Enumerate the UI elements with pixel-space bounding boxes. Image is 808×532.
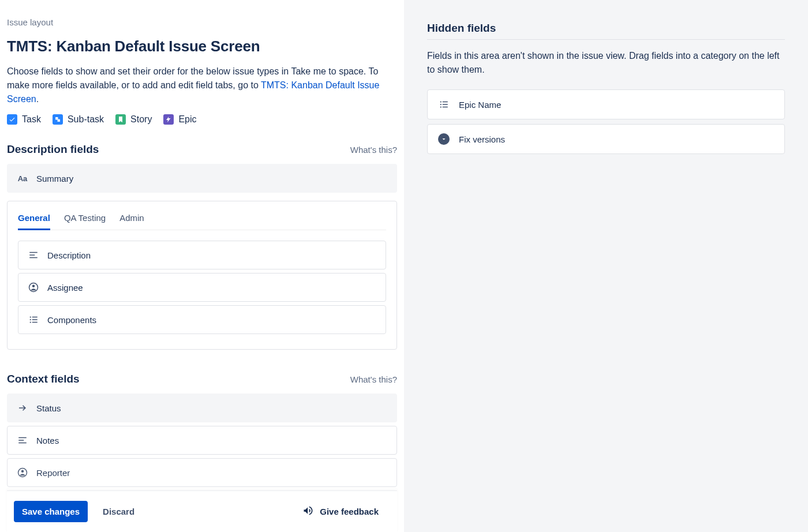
- issue-type-story: Story: [115, 114, 152, 125]
- subtask-icon: [53, 114, 63, 125]
- svg-point-12: [440, 101, 442, 102]
- left-column: Issue layout TMTS: Kanban Default Issue …: [0, 0, 404, 532]
- breadcrumb[interactable]: Issue layout: [7, 17, 397, 27]
- context-section: Context fields What's this? Status Notes: [7, 373, 397, 487]
- field-components[interactable]: Components: [18, 305, 386, 334]
- epic-icon: [163, 114, 174, 125]
- svg-point-4: [30, 316, 31, 317]
- person-icon: [17, 467, 28, 478]
- give-feedback-button[interactable]: Give feedback: [302, 505, 390, 518]
- issue-type-row: Task Sub-task Story: [7, 114, 397, 125]
- tab-admin[interactable]: Admin: [119, 211, 144, 230]
- megaphone-icon: [302, 505, 314, 518]
- context-section-title: Context fields: [7, 373, 80, 385]
- issue-type-subtask: Sub-task: [53, 114, 104, 125]
- field-notes[interactable]: Notes: [7, 426, 397, 455]
- save-button[interactable]: Save changes: [14, 501, 88, 522]
- person-icon: [28, 282, 39, 293]
- svg-rect-9: [32, 322, 38, 323]
- issue-type-label: Story: [130, 114, 152, 125]
- locked-field-status[interactable]: Status: [7, 394, 397, 422]
- task-icon: [7, 114, 17, 125]
- description-section-header: Description fields What's this?: [7, 143, 397, 156]
- field-label: Fix versions: [459, 134, 505, 144]
- paragraph-icon: [28, 249, 39, 261]
- intro-text: Choose fields to show and set their orde…: [7, 65, 388, 106]
- tab-qa-testing[interactable]: QA Testing: [64, 211, 106, 230]
- field-label: Reporter: [36, 468, 70, 478]
- discard-button[interactable]: Discard: [99, 506, 138, 517]
- issue-type-epic: Epic: [163, 114, 196, 125]
- hidden-fields-description: Fields in this area aren't shown in the …: [427, 49, 785, 77]
- field-reporter[interactable]: Reporter: [7, 458, 397, 487]
- arrow-right-icon: [17, 402, 28, 414]
- svg-point-6: [30, 321, 31, 323]
- list-icon: [438, 99, 450, 110]
- field-description[interactable]: Description: [18, 241, 386, 269]
- svg-rect-16: [443, 104, 448, 105]
- tabs-container: General QA Testing Admin Description Ass…: [7, 201, 397, 350]
- issue-type-label: Task: [22, 114, 41, 125]
- svg-point-14: [440, 106, 442, 107]
- tab-general[interactable]: General: [18, 211, 50, 230]
- svg-point-3: [32, 285, 35, 288]
- feedback-label: Give feedback: [320, 507, 379, 516]
- whats-this-link[interactable]: What's this?: [350, 374, 397, 384]
- svg-point-13: [440, 104, 442, 105]
- story-icon: [115, 114, 126, 125]
- field-label: Summary: [36, 174, 73, 183]
- svg-point-11: [21, 470, 24, 473]
- field-label: Description: [47, 250, 91, 260]
- footer-bar: Save changes Discard Give feedback: [7, 490, 397, 532]
- svg-point-5: [30, 319, 31, 320]
- svg-rect-1: [57, 119, 60, 122]
- locked-field-summary[interactable]: Aa Summary: [7, 164, 397, 193]
- whats-this-link[interactable]: What's this?: [350, 145, 397, 155]
- intro-part2: .: [36, 94, 39, 104]
- right-column: Hidden fields Fields in this area aren't…: [404, 0, 808, 532]
- footer-left: Save changes Discard: [14, 501, 138, 522]
- layout-root: Issue layout TMTS: Kanban Default Issue …: [0, 0, 808, 532]
- divider: [427, 39, 785, 40]
- list-icon: [28, 314, 39, 325]
- page-title: TMTS: Kanban Default Issue Screen: [7, 38, 397, 55]
- field-label: Notes: [36, 436, 59, 445]
- svg-rect-17: [443, 107, 448, 108]
- hidden-field-fix-versions[interactable]: Fix versions: [427, 124, 785, 154]
- svg-rect-15: [443, 102, 448, 103]
- field-label: Components: [47, 315, 96, 325]
- tab-list: General QA Testing Admin: [18, 211, 386, 230]
- field-label: Epic Name: [459, 100, 501, 110]
- hidden-field-epic-name[interactable]: Epic Name: [427, 89, 785, 119]
- left-scroll-area: Issue layout TMTS: Kanban Default Issue …: [7, 17, 397, 490]
- field-label: Assignee: [47, 283, 83, 293]
- field-label: Status: [36, 403, 61, 413]
- context-section-header: Context fields What's this?: [7, 373, 397, 385]
- svg-rect-7: [32, 317, 38, 318]
- issue-type-label: Sub-task: [68, 114, 104, 125]
- issue-type-task: Task: [7, 114, 41, 125]
- hidden-fields-title: Hidden fields: [427, 22, 785, 35]
- text-style-icon: Aa: [17, 173, 28, 184]
- description-section-title: Description fields: [7, 143, 99, 156]
- issue-type-label: Epic: [178, 114, 196, 125]
- paragraph-icon: [17, 434, 28, 446]
- chevron-down-icon: [438, 133, 450, 145]
- field-assignee[interactable]: Assignee: [18, 273, 386, 302]
- svg-rect-8: [32, 319, 38, 320]
